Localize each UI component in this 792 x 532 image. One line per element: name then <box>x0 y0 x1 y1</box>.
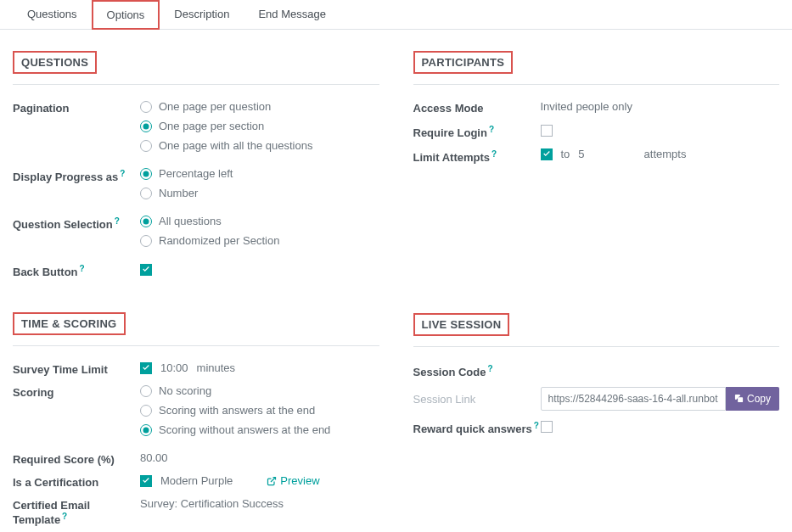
selection-random[interactable]: Randomized per Section <box>140 234 379 247</box>
svg-rect-1 <box>738 398 743 403</box>
pagination-per-section[interactable]: One page per section <box>140 120 379 132</box>
limit-unit: attempts <box>644 148 687 160</box>
cert-style: Modern Purple <box>160 474 233 487</box>
scoring-none[interactable]: No scoring <box>140 384 379 397</box>
session-link-input[interactable] <box>541 387 726 411</box>
limit-attempts-label: Limit Attempts? <box>413 148 541 164</box>
tab-end-message[interactable]: End Message <box>244 0 340 30</box>
limit-prefix: to <box>561 148 570 160</box>
copy-icon <box>734 394 744 403</box>
external-link-icon <box>267 476 277 486</box>
tabs-bar: Questions Options Description End Messag… <box>0 0 792 30</box>
section-live-session-title: LIVE SESSION <box>413 313 510 336</box>
copy-button[interactable]: Copy <box>726 387 779 411</box>
email-template-value: Survey: Certification Success <box>140 497 284 510</box>
scoring-label: Scoring <box>13 384 140 399</box>
scoring-with-answers[interactable]: Scoring with answers at the end <box>140 404 379 417</box>
session-link-label: Session Link <box>413 391 541 406</box>
time-limit-label: Survey Time Limit <box>13 361 140 376</box>
scoring-without-answers[interactable]: Scoring without answers at the end <box>140 423 379 436</box>
reward-checkbox[interactable] <box>541 421 553 433</box>
back-button-checkbox[interactable] <box>140 264 152 276</box>
limit-value: 5 <box>578 148 584 160</box>
tab-options[interactable]: Options <box>92 0 160 30</box>
is-cert-checkbox[interactable] <box>140 475 152 487</box>
required-score-value: 80.00 <box>140 451 168 464</box>
is-cert-label: Is a Certification <box>13 474 140 489</box>
time-limit-value: 10:00 <box>160 361 188 374</box>
require-login-label: Require Login? <box>413 123 541 139</box>
section-participants-title: PARTICIPANTS <box>413 51 514 74</box>
progress-number[interactable]: Number <box>140 187 379 199</box>
access-mode-label: Access Mode <box>413 100 541 115</box>
required-score-label: Required Score (%) <box>13 451 140 466</box>
reward-label: Reward quick answers? <box>413 419 541 435</box>
time-limit-checkbox[interactable] <box>140 362 152 374</box>
pagination-per-question[interactable]: One page per question <box>140 100 379 113</box>
selection-all[interactable]: All questions <box>140 215 379 227</box>
pagination-all[interactable]: One page with all the questions <box>140 139 379 152</box>
back-button-label: Back Button? <box>13 262 140 278</box>
tab-description[interactable]: Description <box>160 0 244 30</box>
limit-attempts-checkbox[interactable] <box>541 148 553 160</box>
email-template-label: Certified Email Template? <box>13 497 140 526</box>
section-time-scoring-title: TIME & SCORING <box>13 312 126 335</box>
access-mode-value: Invited people only <box>541 100 632 113</box>
pagination-label: Pagination <box>13 100 140 115</box>
question-selection-label: Question Selection? <box>13 215 140 231</box>
svg-line-0 <box>271 477 276 482</box>
section-questions-title: QUESTIONS <box>13 51 97 74</box>
display-progress-label: Display Progress as? <box>13 167 140 183</box>
progress-percentage[interactable]: Percentage left <box>140 167 379 180</box>
preview-link[interactable]: Preview <box>267 474 319 487</box>
tab-questions[interactable]: Questions <box>13 0 92 30</box>
session-code-label: Session Code? <box>413 362 541 378</box>
require-login-checkbox[interactable] <box>541 125 553 137</box>
time-limit-unit: minutes <box>197 361 236 374</box>
